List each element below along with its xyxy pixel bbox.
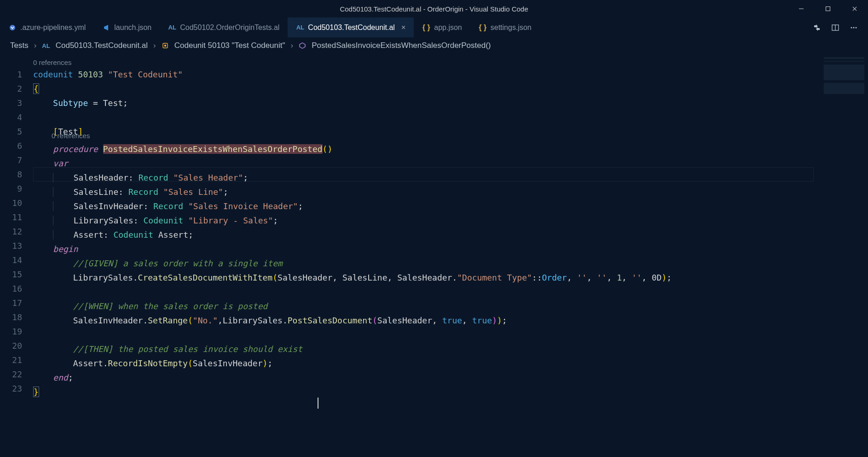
editor-tabs: .azure-pipelines.yml launch.json AL Cod5… bbox=[0, 18, 868, 38]
line-number: 6 bbox=[0, 139, 22, 153]
line-number: 9 bbox=[0, 182, 22, 196]
line-number: 17 bbox=[0, 296, 22, 310]
yaml-icon bbox=[8, 24, 17, 31]
vscode-icon bbox=[102, 24, 110, 31]
breadcrumb-root[interactable]: Tests bbox=[10, 41, 29, 50]
window-title: Cod50103.TestCodeunit.al - OrderOrigin -… bbox=[340, 5, 528, 13]
line-number: 16 bbox=[0, 281, 22, 296]
line-number: 14 bbox=[0, 253, 22, 267]
minimap-preview bbox=[824, 57, 864, 99]
tab-label: settings.json bbox=[491, 23, 532, 32]
line-number: 3 bbox=[0, 96, 22, 110]
line-number: 1 bbox=[0, 67, 22, 82]
tab-label: Cod50103.TestCodeunit.al bbox=[308, 23, 395, 32]
tab-label: Cod50102.OrderOriginTests.al bbox=[180, 23, 279, 32]
text-cursor bbox=[318, 398, 318, 409]
al-icon: AL bbox=[42, 42, 50, 49]
code-line bbox=[33, 328, 820, 342]
code-line bbox=[33, 110, 820, 124]
tab-launch-json[interactable]: launch.json bbox=[94, 18, 160, 37]
line-number-gutter: 1 2 3 4 5 6 7 8 9 10 11 12 13 14 15 16 1… bbox=[0, 53, 33, 457]
svg-point-1 bbox=[10, 25, 15, 30]
svg-rect-0 bbox=[826, 7, 830, 11]
line-number: 22 bbox=[0, 367, 22, 381]
line-number: 23 bbox=[0, 381, 22, 396]
close-button[interactable] bbox=[841, 0, 868, 18]
code-line: SalesLine: Record "Sales Line"; bbox=[33, 185, 820, 199]
line-number: 12 bbox=[0, 224, 22, 239]
tab-order-origin-tests[interactable]: AL Cod50102.OrderOriginTests.al bbox=[160, 18, 288, 37]
svg-point-6 bbox=[856, 27, 857, 28]
code-line: { bbox=[33, 82, 820, 96]
tab-actions bbox=[813, 18, 868, 37]
code-line: [Test] bbox=[33, 124, 820, 139]
tab-test-codeunit[interactable]: AL Cod50103.TestCodeunit.al × bbox=[288, 18, 414, 37]
method-icon bbox=[299, 42, 306, 49]
line-number: 10 bbox=[0, 196, 22, 210]
line-number: 18 bbox=[0, 310, 22, 324]
code-line: procedure PostedSalesInvoiceExistsWhenSa… bbox=[33, 142, 820, 156]
tab-azure-pipelines[interactable]: .azure-pipelines.yml bbox=[0, 18, 94, 37]
tab-label: app.json bbox=[434, 23, 462, 32]
al-icon: AL bbox=[168, 24, 176, 31]
tab-settings-json[interactable]: { } settings.json bbox=[470, 18, 540, 37]
code-line: //[THEN] the posted sales invoice should… bbox=[33, 342, 820, 356]
code-line: LibrarySales.CreateSalesDocumentWithItem… bbox=[33, 270, 820, 285]
line-number: 4 bbox=[0, 110, 22, 124]
line-number: 5 bbox=[0, 124, 22, 139]
line-number: 15 bbox=[0, 267, 22, 281]
maximize-button[interactable] bbox=[815, 0, 841, 18]
code-line: begin bbox=[33, 242, 820, 256]
line-number: 8 bbox=[0, 167, 22, 182]
tab-label: launch.json bbox=[114, 23, 151, 32]
compare-icon[interactable] bbox=[813, 23, 821, 32]
minimap[interactable] bbox=[820, 53, 868, 457]
window-controls bbox=[788, 0, 868, 18]
json-icon: { } bbox=[479, 23, 487, 32]
code-line: SalesInvHeader: Record "Sales Invoice He… bbox=[33, 199, 820, 213]
line-number: 21 bbox=[0, 353, 22, 367]
codelens-references[interactable]: 0 references bbox=[33, 55, 71, 70]
more-icon[interactable] bbox=[850, 23, 858, 32]
chevron-right-icon: › bbox=[291, 41, 294, 50]
code-line: //[WHEN] when the sales order is posted bbox=[33, 299, 820, 313]
split-editor-icon[interactable] bbox=[831, 23, 839, 32]
minimize-button[interactable] bbox=[788, 0, 815, 18]
breadcrumb-method[interactable]: PostedSalesInvoiceExistsWhenSalesOrderPo… bbox=[312, 41, 491, 50]
code-line: } bbox=[33, 385, 820, 399]
class-icon bbox=[162, 42, 169, 49]
svg-point-5 bbox=[853, 27, 855, 28]
chevron-right-icon: › bbox=[34, 41, 37, 50]
code-line: Assert: Codeunit Assert; bbox=[33, 228, 820, 242]
editor[interactable]: 1 2 3 4 5 6 7 8 9 10 11 12 13 14 15 16 1… bbox=[0, 53, 868, 457]
title-bar: Cod50103.TestCodeunit.al - OrderOrigin -… bbox=[0, 0, 868, 18]
code-line: LibrarySales: Codeunit "Library - Sales"… bbox=[33, 213, 820, 228]
line-number: 19 bbox=[0, 324, 22, 339]
code-line: Assert.RecordIsNotEmpty(SalesInvHeader); bbox=[33, 356, 820, 370]
line-number: 11 bbox=[0, 210, 22, 224]
svg-point-4 bbox=[851, 27, 852, 28]
line-number: 20 bbox=[0, 339, 22, 353]
code-line bbox=[33, 285, 820, 299]
current-line-highlight bbox=[33, 167, 814, 182]
breadcrumb[interactable]: Tests › AL Cod50103.TestCodeunit.al › Co… bbox=[0, 38, 868, 53]
line-number: 2 bbox=[0, 82, 22, 96]
chevron-right-icon: › bbox=[153, 41, 156, 50]
code-line: end; bbox=[33, 370, 820, 385]
code-line: //[GIVEN] a sales order with a single it… bbox=[33, 256, 820, 270]
breadcrumb-file[interactable]: Cod50103.TestCodeunit.al bbox=[56, 41, 148, 50]
line-number: 7 bbox=[0, 153, 22, 167]
code-line: Subtype = Test; bbox=[33, 96, 820, 110]
code-line: codeunit 50103 "Test Codeunit" bbox=[33, 67, 820, 82]
svg-rect-8 bbox=[164, 45, 166, 47]
code-line: SalesInvHeader.SetRange("No.",LibrarySal… bbox=[33, 313, 820, 328]
tab-app-json[interactable]: { } app.json bbox=[414, 18, 470, 37]
al-icon: AL bbox=[296, 24, 304, 31]
tab-label: .azure-pipelines.yml bbox=[20, 23, 86, 32]
json-icon: { } bbox=[422, 23, 430, 32]
breadcrumb-symbol[interactable]: Codeunit 50103 "Test Codeunit" bbox=[174, 41, 285, 50]
code-content[interactable]: 0 references codeunit 50103 "Test Codeun… bbox=[33, 53, 820, 457]
codelens-references[interactable]: 0 references bbox=[52, 129, 90, 143]
line-number: 13 bbox=[0, 239, 22, 253]
close-icon[interactable]: × bbox=[401, 23, 405, 32]
